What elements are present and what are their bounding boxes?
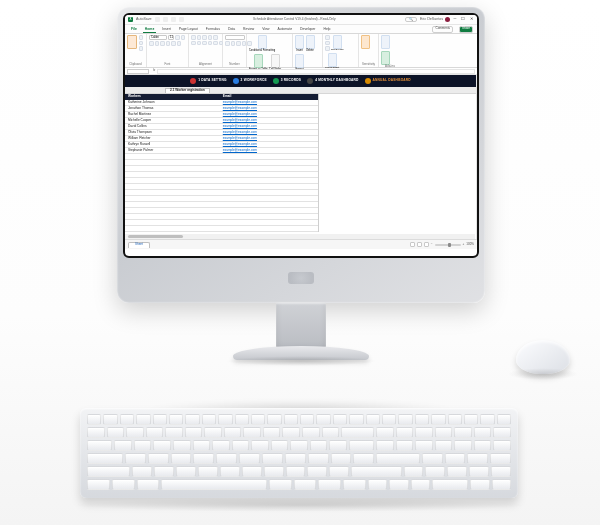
view-page-break-button[interactable] <box>424 242 429 247</box>
nav-workforce[interactable]: 2 WORKFORCE <box>233 78 267 84</box>
conditional-formatting-button[interactable] <box>258 35 267 49</box>
tab-review[interactable]: Review <box>241 26 256 33</box>
keyboard-key <box>447 466 467 477</box>
copy-button[interactable] <box>139 41 144 46</box>
section-title-bar: 2.1 Worker registration <box>125 87 476 94</box>
share-button[interactable]: Share <box>459 26 473 33</box>
table-row[interactable] <box>220 226 318 232</box>
formula-input[interactable] <box>157 69 475 74</box>
align-middle-button[interactable] <box>197 35 202 40</box>
nav-records[interactable]: 3 RECORDS <box>273 78 301 84</box>
keyboard-key <box>318 479 341 490</box>
wrap-text-button[interactable] <box>213 35 218 40</box>
search-box[interactable]: 🔍 <box>405 17 417 23</box>
user-name[interactable]: Eric DeSantos <box>420 17 443 21</box>
fx-icon[interactable]: fx <box>153 69 155 73</box>
tab-developer[interactable]: Developer <box>298 26 317 33</box>
align-top-button[interactable] <box>191 35 196 40</box>
view-page-layout-button[interactable] <box>417 242 422 247</box>
autosave-toggle[interactable] <box>155 17 160 22</box>
analyze-data-button[interactable] <box>381 35 390 49</box>
increase-decimal-button[interactable] <box>242 41 247 46</box>
cut-button[interactable] <box>139 35 144 40</box>
insert-cells-button[interactable] <box>295 35 304 49</box>
zoom-slider[interactable] <box>435 244 461 246</box>
indent-increase-button[interactable] <box>213 41 218 46</box>
tab-file[interactable]: File <box>129 26 139 33</box>
minimize-button[interactable]: ─ <box>452 17 458 23</box>
find-select-button[interactable] <box>328 53 337 67</box>
keyboard-key <box>493 440 511 451</box>
underline-button[interactable] <box>160 41 165 46</box>
increase-font-button[interactable] <box>175 35 180 40</box>
close-button[interactable]: ✕ <box>468 17 474 23</box>
view-normal-button[interactable] <box>410 242 415 247</box>
sensitivity-button[interactable] <box>361 35 370 49</box>
qat-redo-icon[interactable] <box>179 17 184 22</box>
keyboard-key <box>103 414 117 425</box>
border-button[interactable] <box>166 41 171 46</box>
format-cells-button[interactable] <box>295 54 304 68</box>
italic-button[interactable] <box>155 41 160 46</box>
tab-home[interactable]: Home <box>143 26 156 33</box>
decrease-font-button[interactable] <box>181 35 186 40</box>
font-name-combo[interactable]: Calibri <box>149 35 167 40</box>
autosave-toggle-label[interactable]: AutoSave <box>136 17 152 21</box>
tab-formulas[interactable]: Formulas <box>204 26 222 33</box>
orientation-button[interactable] <box>208 35 213 40</box>
paste-button[interactable] <box>127 35 137 49</box>
format-painter-button[interactable] <box>139 46 144 51</box>
zoom-value[interactable]: 100% <box>466 243 474 247</box>
align-left-button[interactable] <box>191 41 196 46</box>
align-bottom-button[interactable] <box>202 35 207 40</box>
group-label-font: Font <box>149 63 186 66</box>
tab-view[interactable]: View <box>260 26 271 33</box>
keyboard-key <box>411 479 430 490</box>
zoom-in-button[interactable]: + <box>463 243 465 247</box>
autosum-button[interactable] <box>325 35 330 40</box>
font-color-button[interactable] <box>177 41 182 46</box>
cell-styles-button[interactable] <box>271 54 280 68</box>
keyboard-key <box>264 466 284 477</box>
tab-page-layout[interactable]: Page Layout <box>177 26 200 33</box>
font-size-combo[interactable]: 11 <box>168 35 174 40</box>
tab-help[interactable]: Help <box>322 26 333 33</box>
keyboard-key <box>153 440 171 451</box>
keyboard-key <box>425 466 445 477</box>
maximize-button[interactable]: ☐ <box>460 17 466 23</box>
format-as-table-button[interactable] <box>254 54 263 68</box>
qat-undo-icon[interactable] <box>171 17 176 22</box>
number-format-combo[interactable] <box>225 35 245 40</box>
user-avatar[interactable] <box>445 17 450 22</box>
nav-data-setting[interactable]: 1 DATA SETTING <box>190 78 226 84</box>
name-box[interactable] <box>127 69 149 74</box>
keyboard-key <box>242 466 262 477</box>
scrollbar-thumb[interactable] <box>128 235 183 238</box>
nav-monthly-dashboard[interactable]: 4 MONTHLY DASHBOARD <box>307 78 358 84</box>
comments-button[interactable]: Comments <box>432 26 453 33</box>
addins-button[interactable] <box>381 51 390 65</box>
fill-color-button[interactable] <box>171 41 176 46</box>
accounting-format-button[interactable] <box>225 41 230 46</box>
comma-format-button[interactable] <box>236 41 241 46</box>
indent-decrease-button[interactable] <box>208 41 213 46</box>
sort-filter-button[interactable] <box>333 35 342 49</box>
clear-button[interactable] <box>325 46 330 51</box>
fill-button[interactable] <box>325 41 330 46</box>
bold-button[interactable] <box>149 41 154 46</box>
tab-data[interactable]: Data <box>226 26 237 33</box>
align-right-button[interactable] <box>202 41 207 46</box>
people-icon <box>233 78 239 84</box>
table-row[interactable] <box>125 226 220 232</box>
delete-cells-button[interactable] <box>306 35 315 49</box>
sheet-tab[interactable]: Sheet <box>128 242 150 248</box>
tab-insert[interactable]: Insert <box>160 26 172 33</box>
zoom-out-button[interactable]: − <box>431 243 433 247</box>
tab-automate[interactable]: Automate <box>276 26 295 33</box>
nav-annual-dashboard[interactable]: ANNUAL DASHBOARD <box>365 78 411 84</box>
align-center-button[interactable] <box>197 41 202 46</box>
keyboard-key <box>125 453 146 464</box>
chart-icon <box>365 78 371 84</box>
percent-format-button[interactable] <box>231 41 236 46</box>
qat-save-icon[interactable] <box>163 17 168 22</box>
